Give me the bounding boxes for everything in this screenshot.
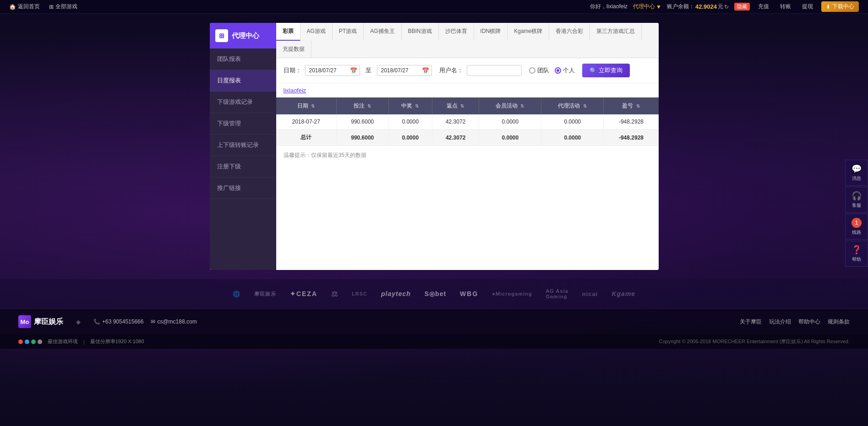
help-icon: ❓ [852, 245, 862, 255]
download-label: 下载中心 [832, 3, 854, 11]
brand-name: 摩臣娱乐 [34, 317, 63, 327]
logo-microgaming: ●Microgaming [492, 291, 532, 297]
right-btn-message[interactable]: 💬 消息 [845, 160, 868, 186]
sidebar-item-team-report[interactable]: 团队报表 [210, 49, 276, 70]
footer-link-about[interactable]: 关于摩臣 [740, 318, 762, 326]
sidebar-item-game-records[interactable]: 下级游戏记录 [210, 92, 276, 113]
agent-center-btn[interactable]: 代理中心 ▼ [633, 3, 661, 11]
logo-wbg: WBG [460, 290, 478, 297]
col-rebate: 返点 ⇅ [432, 97, 479, 114]
footer-email: ✉ cs@mc188.com [151, 318, 197, 325]
footer-link-rules[interactable]: 规则条款 [828, 318, 850, 326]
tab-ag-fish[interactable]: AG捕鱼王 [364, 23, 401, 41]
total-member-activity: 0.0000 [479, 129, 541, 146]
radio-team-circle [529, 67, 535, 74]
total-label: 总计 [276, 129, 337, 146]
allgames-link[interactable]: ⊞ 全部游戏 [49, 3, 77, 11]
sort-icon-rebate[interactable]: ⇅ [460, 103, 464, 108]
radio-personal-circle [555, 67, 561, 74]
logo-playtech: playtech [381, 290, 411, 297]
email-address: cs@mc188.com [157, 318, 197, 325]
balance-value: 42.9024 [695, 3, 717, 10]
col-bet: 投注 ⇅ [336, 97, 388, 114]
withdraw-btn[interactable]: 提现 [799, 2, 816, 11]
logo-globe: 🌐 [233, 291, 240, 297]
tab-pt[interactable]: PT游戏 [333, 23, 364, 41]
home-label: 返回首页 [18, 3, 40, 11]
route-icon: 1 [852, 218, 862, 228]
sort-icon-bet[interactable]: ⇅ [367, 103, 371, 108]
cell-bet: 990.6000 [336, 114, 388, 129]
total-win: 0.0000 [388, 129, 432, 146]
hide-balance-btn[interactable]: 隐藏 [734, 3, 750, 11]
right-btn-help[interactable]: ❓ 帮助 [845, 241, 868, 267]
col-agent-activity: 代理活动 ⇅ [541, 97, 604, 114]
phone-number: +63 9054515666 [102, 318, 143, 325]
tab-saba[interactable]: 沙巴体育 [439, 23, 474, 41]
right-btn-route[interactable]: 1 线路 [845, 214, 868, 240]
separator: | [83, 339, 85, 345]
home-link[interactable]: 🏠 返回首页 [9, 3, 40, 11]
radio-team[interactable]: 团队 [529, 66, 549, 75]
top-nav-left: 🏠 返回首页 ⊞ 全部游戏 [9, 3, 581, 11]
footer-phone: 📞 +63 9054515666 [93, 318, 143, 325]
sort-icon-date[interactable]: ⇅ [311, 103, 315, 108]
search-button[interactable]: 🔍 立即查询 [582, 64, 630, 77]
cell-rebate: 42.3072 [432, 114, 479, 129]
calendar-icon-to[interactable]: 📅 [422, 67, 429, 74]
tab-lottery[interactable]: 彩票 [276, 23, 300, 41]
footer-bottom-left: 最佳游戏环境 | 最佳分辨率1920 X 1080 [18, 338, 144, 345]
refresh-icon[interactable]: ↻ [724, 4, 729, 10]
right-btn-service[interactable]: 🎧 客服 [845, 187, 868, 213]
logo-sobet: S◎bet [425, 290, 446, 297]
search-icon: 🔍 [590, 67, 597, 74]
sort-icon-member[interactable]: ⇅ [520, 103, 524, 108]
tab-third-party[interactable]: 第三方游戏汇总 [590, 23, 642, 41]
sidebar-item-sub-management[interactable]: 下级管理 [210, 113, 276, 135]
sidebar-item-promo-link[interactable]: 推广链接 [210, 178, 276, 199]
user-label: 用户名： [439, 66, 463, 75]
col-profit: 盈亏 ⇅ [604, 97, 659, 114]
logo-ceza: ✦CEZA [290, 290, 317, 297]
footer-copyright: Copyright © 2006-2018 MORECHEER Entertai… [659, 338, 850, 345]
chevron-down-icon: ▼ [656, 4, 661, 10]
sort-icon-win[interactable]: ⇅ [415, 103, 419, 108]
username-input[interactable] [467, 65, 522, 76]
tab-kgame[interactable]: Kgame棋牌 [508, 23, 549, 41]
dot-gray [38, 340, 42, 344]
quality-label: 最佳游戏环境 [48, 338, 78, 345]
footer-links: 关于摩臣 玩法介绍 帮助中心 规则条款 [740, 318, 850, 326]
route-label: 线路 [852, 229, 861, 236]
sidebar-item-transfer-records[interactable]: 上下级转账记录 [210, 135, 276, 156]
help-label: 帮助 [852, 256, 861, 263]
to-label: 至 [366, 66, 371, 75]
tab-ag[interactable]: AG游戏 [300, 23, 333, 41]
sidebar-title: 代理中心 [232, 32, 259, 40]
tab-deposit-data[interactable]: 充提数据 [276, 41, 311, 58]
footer-link-gameplay[interactable]: 玩法介绍 [769, 318, 791, 326]
download-btn[interactable]: ⬇ 下载中心 [821, 1, 859, 12]
main-area: ⊞ 代理中心 团队报表 日度报表 下级游戏记录 下级管理 上下级转账记录 注册下… [0, 14, 868, 279]
logo-kgame: Kgame [611, 290, 635, 297]
sort-icon-agent[interactable]: ⇅ [583, 103, 587, 108]
cell-win: 0.0000 [388, 114, 432, 129]
tab-idn[interactable]: IDN棋牌 [474, 23, 508, 41]
sort-icon-profit[interactable]: ⇅ [636, 103, 640, 108]
right-sidebar: 💬 消息 🎧 客服 1 线路 ❓ 帮助 [845, 160, 868, 267]
tab-hklottery[interactable]: 香港六合彩 [549, 23, 590, 41]
footer-bottom: 最佳游戏环境 | 最佳分辨率1920 X 1080 Copyright © 20… [0, 334, 868, 349]
grid-icon: ⊞ [49, 4, 54, 10]
footer-brand: Mo 摩臣娱乐 [18, 315, 63, 328]
footer-link-help[interactable]: 帮助中心 [798, 318, 820, 326]
calendar-icon-from[interactable]: 📅 [350, 67, 357, 74]
sidebar-item-daily-report[interactable]: 日度报表 [210, 70, 276, 92]
sidebar: ⊞ 代理中心 团队报表 日度报表 下级游戏记录 下级管理 上下级转账记录 注册下… [210, 23, 276, 270]
logo-ag: AG AsiaGaming [546, 288, 568, 299]
username-link[interactable]: lixlaofeiz [276, 83, 659, 97]
tab-bbin[interactable]: BBIN游戏 [402, 23, 439, 41]
transfer-btn[interactable]: 转账 [777, 2, 794, 11]
game-tabs: 彩票 AG游戏 PT游戏 AG捕鱼王 BBIN游戏 沙巴体育 I [276, 23, 659, 58]
radio-personal[interactable]: 个人 [555, 66, 575, 75]
recharge-btn[interactable]: 充值 [755, 2, 772, 11]
sidebar-item-register-sub[interactable]: 注册下级 [210, 156, 276, 178]
